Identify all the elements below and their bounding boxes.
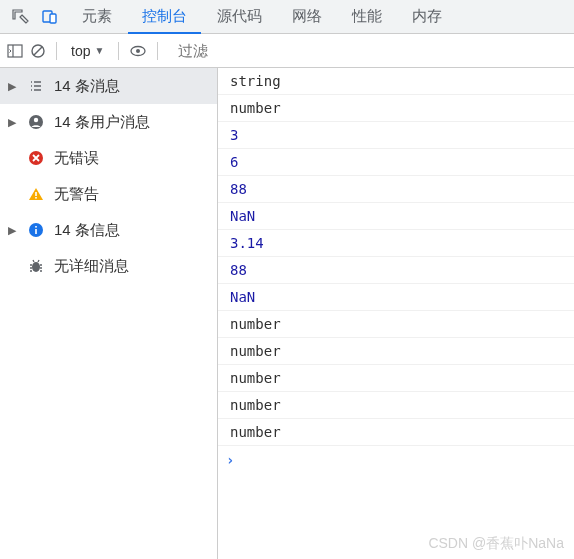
main-area: ▶ 14 条消息 ▶ 14 条用户消息 无错误 无警告 ▶ 14 条信息 无详 — [0, 68, 574, 559]
console-log-entry: number — [218, 392, 574, 419]
live-expression-icon[interactable] — [129, 42, 147, 60]
sidebar-item-user-messages[interactable]: ▶ 14 条用户消息 — [0, 104, 217, 140]
tab-console[interactable]: 控制台 — [128, 0, 201, 34]
warning-icon — [26, 186, 46, 202]
console-log-entry: 3.14 — [218, 230, 574, 257]
user-icon — [26, 114, 46, 130]
sidebar-label: 14 条信息 — [54, 221, 120, 240]
separator — [157, 42, 158, 60]
filter-input[interactable] — [172, 38, 568, 63]
console-log-entry: 3 — [218, 122, 574, 149]
error-icon — [26, 150, 46, 166]
tab-memory[interactable]: 内存 — [398, 0, 456, 34]
sidebar-label: 14 条消息 — [54, 77, 120, 96]
svg-point-7 — [34, 118, 38, 122]
console-log-entry: NaN — [218, 284, 574, 311]
bug-icon — [26, 258, 46, 274]
list-icon — [26, 78, 46, 94]
svg-rect-12 — [35, 229, 37, 234]
tab-sources[interactable]: 源代码 — [203, 0, 276, 34]
sidebar-label: 无错误 — [54, 149, 99, 168]
toggle-sidebar-icon[interactable] — [6, 42, 24, 60]
info-icon — [26, 222, 46, 238]
svg-rect-2 — [8, 45, 22, 57]
expand-arrow-icon: ▶ — [8, 116, 18, 129]
device-toggle-icon[interactable] — [36, 3, 64, 31]
separator — [56, 42, 57, 60]
svg-rect-1 — [50, 14, 56, 23]
svg-rect-13 — [35, 226, 37, 228]
devtools-tabbar: 元素 控制台 源代码 网络 性能 内存 — [0, 0, 574, 34]
sidebar-label: 无警告 — [54, 185, 99, 204]
console-prompt[interactable]: › — [218, 446, 574, 474]
sidebar-item-errors[interactable]: 无错误 — [0, 140, 217, 176]
svg-rect-9 — [35, 192, 37, 196]
console-log-entry: number — [218, 419, 574, 446]
expand-arrow-icon: ▶ — [8, 80, 18, 93]
context-label: top — [71, 43, 90, 59]
sidebar-item-messages[interactable]: ▶ 14 条消息 — [0, 68, 217, 104]
separator — [118, 42, 119, 60]
expand-arrow-icon: ▶ — [8, 224, 18, 237]
sidebar: ▶ 14 条消息 ▶ 14 条用户消息 无错误 无警告 ▶ 14 条信息 无详 — [0, 68, 218, 559]
console-log-entry: number — [218, 95, 574, 122]
sidebar-label: 14 条用户消息 — [54, 113, 150, 132]
watermark: CSDN @香蕉卟NaNa — [428, 535, 564, 553]
svg-point-5 — [136, 49, 140, 53]
tab-elements[interactable]: 元素 — [68, 0, 126, 34]
console-log-entry: number — [218, 338, 574, 365]
sidebar-item-warnings[interactable]: 无警告 — [0, 176, 217, 212]
console-log-entry: NaN — [218, 203, 574, 230]
sidebar-item-info[interactable]: ▶ 14 条信息 — [0, 212, 217, 248]
sidebar-label: 无详细消息 — [54, 257, 129, 276]
svg-point-14 — [32, 262, 40, 272]
chevron-down-icon: ▼ — [94, 45, 104, 56]
clear-console-icon[interactable] — [30, 43, 46, 59]
svg-rect-10 — [35, 197, 37, 199]
sidebar-item-verbose[interactable]: 无详细消息 — [0, 248, 217, 284]
console-log-entry: 6 — [218, 149, 574, 176]
inspect-icon[interactable] — [6, 3, 34, 31]
context-selector[interactable]: top ▼ — [67, 41, 108, 61]
console-log-entry: string — [218, 68, 574, 95]
console-output: stringnumber3688NaN3.1488NaNnumbernumber… — [218, 68, 574, 559]
console-log-entry: 88 — [218, 257, 574, 284]
console-log-entry: number — [218, 365, 574, 392]
console-log-entry: number — [218, 311, 574, 338]
console-toolbar: top ▼ — [0, 34, 574, 68]
tab-performance[interactable]: 性能 — [338, 0, 396, 34]
tab-network[interactable]: 网络 — [278, 0, 336, 34]
console-log-entry: 88 — [218, 176, 574, 203]
